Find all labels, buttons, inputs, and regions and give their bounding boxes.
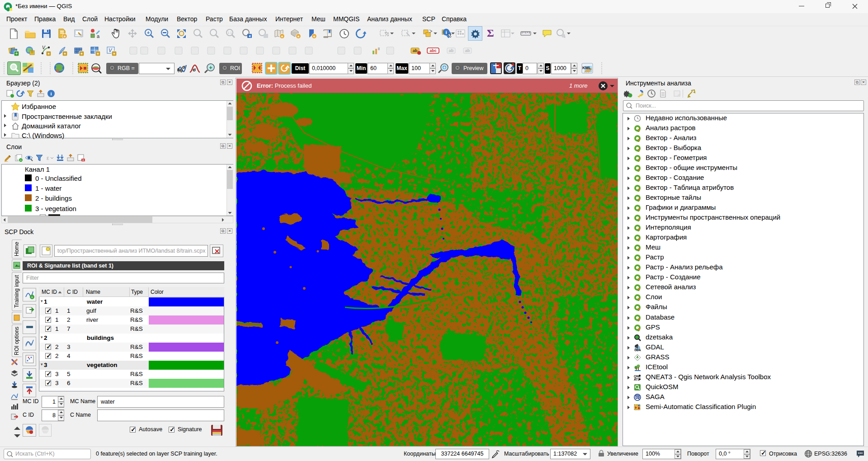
svg-text:1:1: 1:1	[227, 31, 232, 34]
svg-text:+: +	[20, 158, 22, 162]
svg-text:σ: σ	[193, 66, 196, 73]
svg-text:AT3: AT3	[634, 378, 640, 381]
svg-text:ε: ε	[47, 155, 49, 161]
svg-text:✶: ✶	[63, 34, 66, 39]
svg-text:ab: ab	[449, 48, 454, 53]
svg-text:KML: KML	[582, 66, 591, 70]
svg-text:+: +	[443, 65, 446, 70]
svg-text:+: +	[209, 64, 212, 71]
svg-text:ab: ab	[465, 48, 470, 53]
svg-text:abc: abc	[429, 48, 437, 53]
svg-text:✶: ✶	[80, 52, 84, 56]
svg-text:i: i	[445, 29, 447, 35]
svg-text:✶: ✶	[113, 52, 116, 56]
svg-text:+: +	[31, 295, 33, 300]
svg-text:σ: σ	[182, 64, 185, 70]
svg-text:GDAL: GDAL	[634, 348, 641, 351]
svg-text:✶: ✶	[312, 34, 316, 39]
svg-text:+: +	[15, 51, 18, 56]
svg-text:ab: ab	[413, 48, 418, 53]
svg-text:✶: ✶	[297, 34, 300, 39]
svg-text:+: +	[147, 30, 150, 35]
svg-text:✶: ✶	[47, 52, 51, 56]
svg-text:✶: ✶	[280, 34, 284, 39]
svg-text:✶: ✶	[63, 52, 67, 56]
svg-text:i: i	[50, 91, 52, 96]
svg-text:a: a	[97, 33, 100, 39]
svg-text:✶: ✶	[96, 52, 100, 56]
